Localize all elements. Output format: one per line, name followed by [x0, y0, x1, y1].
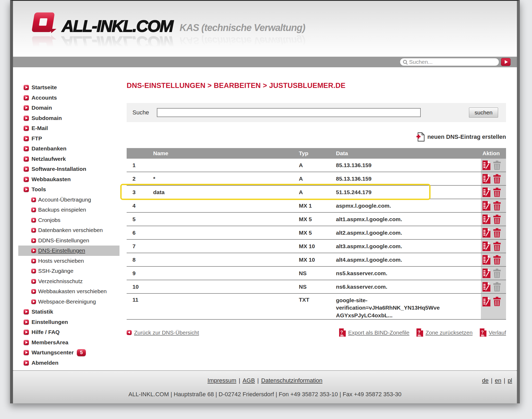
help-document-icon: ?	[416, 328, 423, 337]
play-bullet-icon	[31, 258, 36, 263]
delete-record-icon[interactable]	[493, 282, 501, 292]
filter-search-button[interactable]: suchen	[469, 108, 498, 118]
edit-record-icon[interactable]	[482, 201, 491, 211]
sidebar-item-webspace-bereinigung[interactable]: Webspace-Bereinigung	[18, 297, 119, 307]
sidebar-item-label: Accounts	[32, 95, 57, 101]
sidebar-item-label: Tools	[32, 186, 46, 193]
sidebar-item-abmelden[interactable]: Abmelden	[18, 358, 119, 368]
table-row: 10 NS ns6.kasserver.com.	[127, 280, 506, 294]
delete-record-icon[interactable]	[493, 228, 501, 238]
sidebar-item-backups-einspielen[interactable]: Backups einspielen	[18, 205, 119, 215]
delete-record-icon[interactable]	[493, 188, 501, 197]
edit-record-icon[interactable]	[482, 214, 491, 224]
sidebar-item-datenbanken-verschieben[interactable]: Datenbanken verschieben	[18, 225, 119, 235]
play-bullet-icon	[31, 269, 36, 273]
top-search-input[interactable]	[409, 59, 496, 65]
edit-record-icon[interactable]	[482, 255, 491, 265]
record-actions	[481, 280, 506, 293]
delete-record-icon[interactable]	[493, 215, 501, 224]
play-bullet-icon	[24, 340, 29, 345]
create-row: neuen DNS-Eintrag erstellen	[127, 132, 506, 142]
sidebar-item-ftp[interactable]: FTP	[18, 133, 119, 144]
sidebar-item-label: Verzeichnisschutz	[38, 278, 83, 284]
footer-links: Impressum|AGB|Datenschutzinformation	[13, 377, 517, 384]
create-dns-entry-link[interactable]: neuen DNS-Eintrag erstellen	[416, 132, 506, 142]
sidebar-item-statistik[interactable]: Statistik	[18, 307, 119, 317]
delete-record-icon[interactable]	[493, 269, 501, 278]
delete-record-icon[interactable]	[493, 255, 501, 265]
record-number: 2	[127, 172, 153, 185]
sidebar-item-subdomain[interactable]: Subdomain	[18, 113, 119, 123]
table-row: 3 data A 51.15.244.179	[127, 186, 506, 199]
sidebar-item-accounts[interactable]: Accounts	[18, 93, 119, 103]
separator: |	[491, 377, 493, 384]
sidebar-item-account-übertragung[interactable]: Account-Übertragung	[18, 195, 119, 205]
logo: ALL-INKL.COM KAS (technische Verwaltung)	[32, 12, 305, 34]
sidebar-item-e-mail[interactable]: E-Mail	[18, 123, 119, 133]
agb-link[interactable]: AGB	[243, 377, 255, 384]
pl-language-link[interactable]: pl	[508, 377, 512, 384]
datenschutzinformation-link[interactable]: Datenschutzinformation	[261, 377, 322, 384]
edit-record-icon[interactable]	[482, 228, 491, 238]
sidebar-item-cronjobs[interactable]: Cronjobs	[18, 215, 119, 225]
edit-record-icon[interactable]	[482, 187, 491, 197]
sidebar-item-wartungscenter[interactable]: Wartungscenter 5	[18, 347, 119, 358]
delete-record-icon[interactable]	[493, 297, 501, 306]
de-language-link[interactable]: de	[482, 377, 488, 384]
record-name	[153, 159, 299, 172]
sidebar-item-membersarea[interactable]: MembersArea	[18, 337, 119, 348]
delete-record-icon[interactable]	[493, 161, 501, 170]
sidebar-item-webbaukasten[interactable]: Webbaukasten	[18, 174, 119, 185]
play-bullet-icon	[31, 279, 36, 284]
en-language-link[interactable]: en	[495, 377, 501, 384]
sidebar-item-startseite[interactable]: Startseite	[18, 82, 119, 93]
sidebar-item-dns-einstellungen[interactable]: DNS-Einstellungen	[18, 246, 119, 256]
sidebar-item-label: Startseite	[32, 84, 57, 91]
sidebar-item-tools[interactable]: Tools	[18, 184, 119, 195]
table-row: 5 MX 5 alt1.aspmx.l.google.com.	[127, 213, 506, 226]
sidebar-item-netzlaufwerk[interactable]: Netzlaufwerk	[18, 154, 119, 164]
sidebar-item-label: DNS-Einstellungen	[38, 247, 85, 254]
record-data: alt2.aspmx.l.google.com.	[336, 226, 481, 239]
edit-record-icon[interactable]	[482, 282, 491, 292]
delete-record-icon[interactable]	[493, 174, 501, 184]
sidebar-item-ssh-zugänge[interactable]: SSH-Zugänge	[18, 266, 119, 276]
top-search-field	[400, 58, 499, 66]
filter-input[interactable]	[157, 108, 421, 117]
sidebar-item-datenbanken[interactable]: Datenbanken	[18, 144, 119, 154]
filter-label: Suche	[132, 109, 157, 116]
sidebar-item-software-installation[interactable]: Software-Installation	[18, 164, 119, 174]
sidebar-item-webbaukasten-verschieben[interactable]: Webbaukasten verschieben	[18, 286, 119, 297]
delete-record-icon[interactable]	[493, 242, 501, 251]
back-to-dns-overview-link[interactable]: Zurück zur DNS-Übersicht	[127, 329, 199, 336]
search-submit-button[interactable]	[501, 58, 511, 66]
logo-reflection-subtitle: KAS (technische Verwaltung)	[180, 35, 305, 45]
top-search-bar	[13, 57, 517, 67]
sidebar-item-verzeichnisschutz[interactable]: Verzeichnisschutz	[18, 276, 119, 287]
edit-record-icon[interactable]	[482, 160, 491, 170]
export-bind-zonefile-link[interactable]: ? Export als BIND-Zonefile	[339, 328, 409, 337]
impressum-link[interactable]: Impressum	[207, 377, 236, 384]
play-bullet-icon	[24, 126, 29, 131]
edit-record-icon[interactable]	[482, 297, 491, 307]
play-bullet-icon	[24, 105, 29, 110]
zone-action-links: ? Export als BIND-Zonefile ?	[339, 328, 506, 337]
kas-admin-page: ALL-INKL.COM KAS (technische Verwaltung)…	[10, 0, 520, 403]
sidebar-item-label: Datenbanken	[32, 145, 66, 152]
arrow-right-icon	[505, 60, 508, 64]
record-data: google-site-verification=vJHa6RhNK_YN13H…	[336, 294, 445, 319]
edit-record-icon[interactable]	[482, 241, 491, 251]
record-number: 11	[127, 294, 153, 319]
sidebar-item-ddns-einstellungen[interactable]: DDNS-Einstellungen	[18, 235, 119, 246]
delete-record-icon[interactable]	[493, 201, 501, 211]
sidebar-item-hosts-verschieben[interactable]: Hosts verschieben	[18, 256, 119, 266]
sidebar-item-hilfe-faq[interactable]: Hilfe / FAQ	[18, 327, 119, 337]
sidebar-item-einstellungen[interactable]: Einstellungen	[18, 317, 119, 327]
edit-record-icon[interactable]	[482, 174, 491, 184]
history-link[interactable]: ? Verlauf	[480, 328, 506, 337]
column-name: Name	[153, 150, 299, 157]
sidebar-item-domain[interactable]: Domain	[18, 103, 119, 113]
edit-record-icon[interactable]	[482, 268, 491, 278]
record-actions	[481, 199, 506, 212]
reset-zone-link[interactable]: ? Zone zurücksetzen	[416, 328, 472, 337]
